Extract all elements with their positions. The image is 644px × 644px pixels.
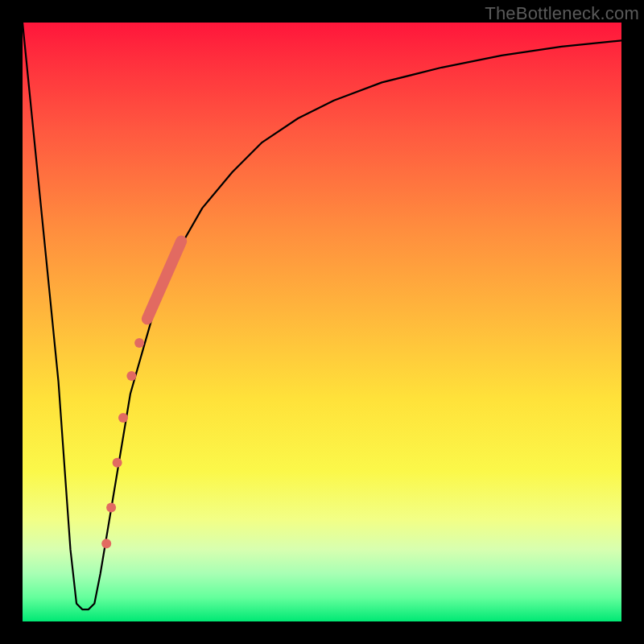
- marker-group: [101, 314, 152, 548]
- watermark-text: TheBottleneck.com: [485, 3, 639, 24]
- chart-frame: TheBottleneck.com: [0, 0, 644, 644]
- marker-dot: [126, 371, 136, 381]
- marker-dot: [113, 458, 122, 468]
- chart-plot-area: [23, 23, 621, 621]
- marker-dot: [106, 503, 116, 513]
- highlight-segment: [147, 242, 181, 320]
- bottleneck-curve: [23, 23, 621, 609]
- marker-dot: [142, 314, 152, 324]
- marker-dot: [118, 413, 128, 423]
- marker-dot: [101, 539, 111, 548]
- chart-svg: [23, 23, 621, 621]
- marker-dot: [134, 338, 144, 348]
